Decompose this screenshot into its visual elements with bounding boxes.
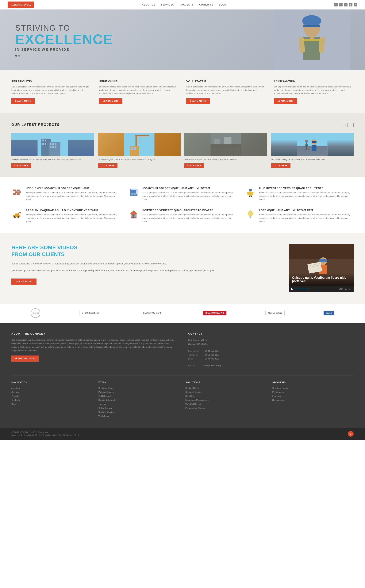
svg-rect-30 <box>134 147 136 150</box>
service-1: UNDE OMNIS ICCANTIUM DOLOREMQUE LAUD Sed… <box>11 187 120 201</box>
nav-blog[interactable]: BLOG <box>219 3 226 6</box>
progress-bar[interactable] <box>295 289 338 289</box>
video-left: HERE ARE SOME VIDEOS FROM OUR CLIENTS Se… <box>11 244 278 285</box>
svg-rect-14 <box>45 143 46 145</box>
twitter-icon[interactable]: t <box>339 3 343 7</box>
footer-work-0[interactable]: Customer Support <box>98 387 115 389</box>
footer-about-text: Sed ut perspiciatis unde omnis iste ns e… <box>11 338 177 352</box>
video-player[interactable]: Quisque nulla. Vestibulum libero nisl, p… <box>289 244 354 286</box>
pinterest-icon[interactable]: p <box>349 3 352 7</box>
fullscreen-btn[interactable]: ⛶ <box>349 288 351 290</box>
footer-about-3[interactable]: Responsibility <box>272 399 285 401</box>
feature-2-btn[interactable]: LEARN MORE <box>99 98 122 104</box>
nav-services[interactable]: SERVICES <box>161 3 174 6</box>
footer-about-1[interactable]: Performance <box>272 391 284 393</box>
copyright-text: CONSTRUCTION CO. © 2013 Privacy policy <box>11 431 81 434</box>
svg-rect-20 <box>52 146 54 148</box>
projects-section: OUR LATEST PROJECTS ‹ › <box>0 113 365 177</box>
facebook-icon[interactable]: f <box>344 3 348 7</box>
feature-3-btn[interactable]: LEARN MORE <box>186 98 210 104</box>
client-3: ELEMENTUM MARS <box>141 309 164 317</box>
bricks-icon <box>11 187 23 198</box>
footer-work-3[interactable]: Standard Support <box>98 399 115 401</box>
footer-solutions-2[interactable]: Help Desk <box>185 395 195 397</box>
star-icon[interactable]: ★ <box>334 3 338 7</box>
project-1-btn[interactable]: CLICK HERE <box>11 163 31 168</box>
footer-address: 6601 Marmora Road <box>188 338 354 342</box>
footer-solutions-title: SOLUTIONS <box>185 381 267 384</box>
footer-solutions-5[interactable]: Performance Metrics <box>185 407 204 409</box>
video-learn-btn[interactable]: LEARN MORE <box>11 279 36 285</box>
footer-nav-blog[interactable]: Blog <box>11 403 16 405</box>
video-controls: ▶ 1:24/4:52 ⛶ <box>289 286 354 292</box>
footer-nav-title: NAVIGATION <box>11 381 93 384</box>
dot-2[interactable] <box>18 55 20 57</box>
svg-rect-55 <box>17 189 20 191</box>
svg-rect-11 <box>42 140 44 141</box>
nav-projects[interactable]: PROJECTS <box>180 3 194 6</box>
footer-about-2[interactable]: Innovation <box>272 395 282 397</box>
footer-work-6[interactable]: Custom Training <box>98 411 114 413</box>
footer-solutions-list: Contact Center Customer Support Help Des… <box>185 386 267 409</box>
footer-work-1[interactable]: Platinum Support <box>98 391 114 393</box>
project-2-btn[interactable]: CLICK HERE <box>98 163 118 168</box>
bottom-bar: CONSTRUCTION CO. © 2013 Privacy policy A… <box>0 428 365 440</box>
client-6: brulex <box>323 309 334 317</box>
project-2-thumb <box>98 133 181 156</box>
footer-col-solutions: SOLUTIONS Contact Center Customer Suppor… <box>185 381 267 418</box>
feature-1-btn[interactable]: LEARN MORE <box>11 98 35 104</box>
linkedin-icon[interactable]: in <box>354 3 357 7</box>
feature-2: UNDE OMNIS Sed ut perspiciatis unde omni… <box>99 80 179 104</box>
service-2-desc: Sed ut perspiciatis undre iste ns error … <box>142 191 237 201</box>
footer-contact-title: CONTACT <box>188 332 354 335</box>
footer-nav-projects[interactable]: Projects <box>11 395 19 397</box>
footer-solutions-3[interactable]: Knowledge Management <box>185 399 209 401</box>
service-5-desc: Sed ut perspiciatis undre iste ns error … <box>142 213 237 223</box>
play-button[interactable]: ▶ <box>291 287 293 290</box>
nav-about[interactable]: ABOUT US <box>142 3 155 6</box>
main-nav: ABOUT US SERVICES PROJECTS CONTACTS BLOG <box>142 3 226 6</box>
feature-4-title: ACCUSANTIUM <box>274 80 354 83</box>
svg-rect-16 <box>50 143 51 145</box>
nav-contacts[interactable]: CONTACTS <box>199 3 213 6</box>
prev-arrow[interactable]: ‹ <box>343 123 348 127</box>
project-3-thumb <box>184 133 267 156</box>
telephone-label: Telephone: <box>188 353 204 357</box>
footer-solutions-4[interactable]: Web Self Service <box>185 403 201 405</box>
svg-line-90 <box>253 211 253 211</box>
feature-4-btn[interactable]: LEARN MORE <box>274 98 297 104</box>
client-1-logo: LEADER <box>31 308 40 318</box>
footer-about-nav-title: ABOUT US <box>272 381 354 384</box>
service-1-title: UNDE OMNIS ICCANTIUM DOLOREMQUE LAUD <box>26 187 120 189</box>
footer-col-work: WORK Customer Support Platinum Support G… <box>98 381 180 418</box>
project-1-thumb <box>11 133 94 156</box>
footer: ABOUT THE COMPANY Sed ut perspiciatis un… <box>0 323 365 428</box>
footer-nav-about[interactable]: About us <box>11 387 20 389</box>
footer-work-4[interactable]: Training <box>98 403 106 405</box>
next-arrow[interactable]: › <box>349 123 354 127</box>
service-2-text: ICCANTIUM DOLOREMQUE LAUD ANTIUM, TOTAM … <box>142 187 237 201</box>
project-3-btn[interactable]: CLICK HERE <box>184 163 204 168</box>
project-4-btn[interactable]: CLICK HERE <box>271 163 290 168</box>
service-6-title: LOREMQUE LAUD ANTIUM, TOTAM REM <box>259 209 354 212</box>
footer-work-5[interactable]: Online Training <box>98 407 112 409</box>
footer-work-7[interactable]: Workshops <box>98 415 109 417</box>
footer-col-navigation: NAVIGATION About us Services Projects Co… <box>11 381 93 418</box>
svg-rect-69 <box>249 189 252 191</box>
hero-section: STRIVING TO EXCELLENCE IN SERVICE WE PRO… <box>0 9 365 70</box>
footer-nav-services[interactable]: Services <box>11 391 19 393</box>
footer-nav-contacts[interactable]: Contacts <box>11 399 20 401</box>
footer-work-2[interactable]: Gold Support <box>98 395 111 397</box>
footer-top: ABOUT THE COMPANY Sed ut perspiciatis un… <box>11 332 354 368</box>
footer-solutions-1[interactable]: Customer Support <box>185 391 202 393</box>
footer-about-0[interactable]: Customer Focus <box>272 387 288 389</box>
footer-solutions-0[interactable]: Contact Center <box>185 387 199 389</box>
dot-1[interactable] <box>15 55 17 57</box>
service-4: APERIAM, EAQUUAE AB ILLO INVENTORE VERIT… <box>11 209 120 223</box>
svg-point-85 <box>248 211 253 216</box>
footer-col-about: ABOUT US Customer Focus Performance Inno… <box>272 381 354 418</box>
svg-rect-67 <box>249 196 250 197</box>
svg-rect-52 <box>15 191 18 193</box>
download-pdf-btn[interactable]: DOWNLOAD PDF <box>11 356 39 362</box>
scroll-top-btn[interactable]: ▲ <box>348 431 354 437</box>
